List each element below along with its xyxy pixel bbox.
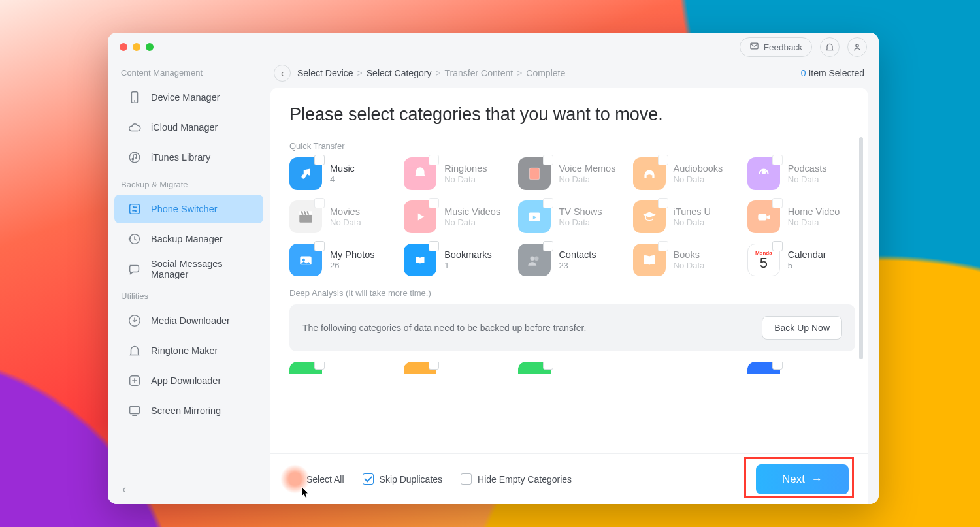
category-checkbox[interactable] [543, 155, 553, 165]
profile-button[interactable] [847, 37, 867, 57]
category-sub: 26 [330, 261, 375, 271]
checkbox-icon [289, 473, 301, 485]
sidebar-item-social-messages[interactable]: Social Messages Manager [114, 255, 263, 283]
category-sub: No Data [444, 217, 500, 228]
category-podcasts[interactable]: Podcasts No Data [747, 157, 855, 190]
sidebar-item-device-manager[interactable]: Device Manager [114, 83, 263, 112]
sidebar-item-icloud-manager[interactable]: iCloud Manager [114, 113, 263, 142]
sidebar-item-screen-mirroring[interactable]: Screen Mirroring [114, 396, 263, 425]
category-audiobooks[interactable]: Audiobooks No Data [633, 157, 741, 190]
category-calendar[interactable]: Monda 5 Calendar 5 [747, 244, 855, 276]
category-checkbox[interactable] [314, 362, 325, 370]
category-tile[interactable] [747, 362, 780, 374]
scrollbar[interactable] [859, 137, 863, 359]
category-checkbox[interactable] [772, 155, 783, 165]
svg-point-11 [856, 44, 858, 47]
category-sub: No Data [674, 217, 711, 228]
category-books[interactable]: Books No Data [633, 244, 741, 276]
category-movies[interactable]: Movies No Data [289, 200, 397, 233]
sidebar-item-label: Ringtone Maker [151, 345, 218, 356]
bookmarks-icon [404, 244, 436, 276]
breadcrumb-step: Select Category [367, 68, 432, 78]
category-checkbox[interactable] [772, 362, 783, 370]
category-tile[interactable] [404, 362, 436, 374]
main-panel: Feedback ‹ Select Device>Select Category… [270, 33, 879, 504]
skip-duplicates-label: Skip Duplicates [380, 474, 443, 485]
voice-memos-icon [518, 157, 551, 190]
category-ringtones[interactable]: Ringtones No Data [404, 157, 512, 190]
back-button[interactable]: ‹ [274, 65, 291, 82]
category-music[interactable]: Music 4 [289, 157, 397, 190]
category-checkbox[interactable] [658, 155, 668, 165]
category-checkbox[interactable] [772, 198, 783, 208]
sidebar-item-itunes-library[interactable]: iTunes Library [114, 143, 263, 172]
category-checkbox[interactable] [658, 198, 668, 208]
category-home-video[interactable]: Home Video No Data [747, 200, 855, 233]
sidebar-item-label: Backup Manager [151, 234, 223, 244]
sidebar-collapse-button[interactable]: ‹ [108, 474, 270, 504]
category-checkbox[interactable] [314, 155, 325, 165]
category-checkbox[interactable] [314, 198, 325, 208]
hide-empty-label: Hide Empty Categories [478, 474, 572, 485]
category-my-photos[interactable]: My Photos 26 [289, 244, 397, 276]
sidebar-item-media-downloader[interactable]: Media Downloader [114, 306, 263, 335]
category-checkbox[interactable] [429, 198, 439, 208]
category-checkbox[interactable] [314, 241, 325, 251]
window-controls [108, 33, 270, 61]
category-checkbox[interactable] [772, 241, 783, 251]
sidebar-item-label: iTunes Library [151, 152, 210, 163]
category-checkbox[interactable] [429, 362, 439, 370]
sidebar-section-label: Utilities [108, 285, 270, 305]
svg-rect-18 [758, 214, 766, 221]
svg-rect-9 [130, 407, 140, 414]
sidebar-item-phone-switcher[interactable]: Phone Switcher [114, 195, 263, 223]
category-checkbox[interactable] [543, 198, 553, 208]
category-checkbox[interactable] [543, 241, 553, 251]
category-name: Contacts [559, 249, 596, 261]
feedback-button[interactable]: Feedback [740, 37, 812, 57]
category-tile[interactable] [518, 362, 551, 374]
category-music-videos[interactable]: Music Videos No Data [404, 200, 512, 233]
minimize-window-button[interactable] [133, 43, 140, 51]
category-checkbox[interactable] [429, 241, 439, 251]
svg-point-22 [531, 257, 535, 261]
category-checkbox[interactable] [543, 362, 553, 370]
backup-now-button[interactable]: Back Up Now [762, 316, 842, 340]
category-sub: No Data [330, 217, 361, 228]
contacts-icon [518, 244, 551, 276]
banner-category-row [289, 362, 855, 374]
notifications-button[interactable] [820, 37, 840, 57]
category-contacts[interactable]: Contacts 23 [518, 244, 626, 276]
category-sub: No Data [559, 217, 602, 228]
sidebar-item-app-downloader[interactable]: App Downloader [114, 366, 263, 395]
backup-banner: The following categories of data need to… [289, 304, 855, 351]
hide-empty-checkbox[interactable]: Hide Empty Categories [461, 473, 572, 485]
category-itunes-u[interactable]: iTunes U No Data [633, 200, 741, 233]
select-all-checkbox[interactable]: Select All [289, 473, 344, 485]
category-name: TV Shows [559, 206, 602, 217]
breadcrumb-sep: > [517, 68, 522, 78]
maximize-window-button[interactable] [146, 43, 154, 51]
checkbox-icon [461, 473, 472, 485]
sidebar-item-label: Media Downloader [151, 315, 230, 326]
sidebar-item-backup-manager[interactable]: Backup Manager [114, 225, 263, 253]
category-name: Audiobooks [674, 163, 723, 174]
category-bookmarks[interactable]: Bookmarks 1 [404, 244, 512, 276]
close-window-button[interactable] [120, 43, 127, 51]
category-name: Voice Memos [559, 163, 615, 174]
sidebar-item-ringtone-maker[interactable]: Ringtone Maker [114, 336, 263, 365]
next-button[interactable]: Next → [756, 464, 849, 494]
download-icon [127, 313, 142, 328]
svg-point-3 [132, 159, 133, 160]
category-voice-memos[interactable]: Voice Memos No Data [518, 157, 626, 190]
content-card: Please select categories that you want t… [270, 88, 868, 504]
category-checkbox[interactable] [429, 155, 439, 165]
category-checkbox[interactable] [658, 241, 668, 251]
category-sub: No Data [788, 174, 827, 185]
category-tile[interactable] [289, 362, 322, 374]
svg-point-20 [302, 259, 305, 261]
category-sub: No Data [444, 174, 487, 185]
sidebar-item-label: Device Manager [151, 92, 220, 103]
skip-duplicates-checkbox[interactable]: Skip Duplicates [363, 473, 443, 485]
category-tv-shows[interactable]: TV Shows No Data [518, 200, 626, 233]
